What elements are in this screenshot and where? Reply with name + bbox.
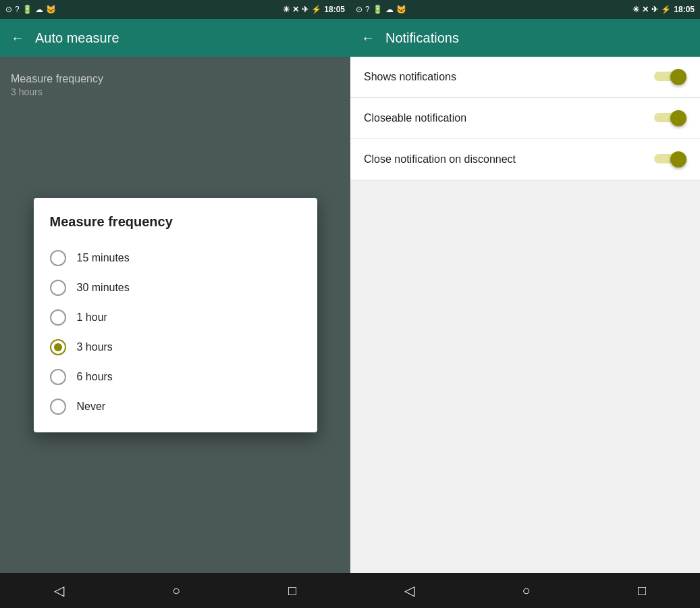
left-bottom-nav: ◁ ○ □	[0, 573, 350, 608]
radio-30min[interactable]	[50, 280, 66, 296]
radio-6hours[interactable]	[50, 369, 66, 385]
label-3hours: 3 hours	[77, 341, 113, 353]
right-home-nav[interactable]: ○	[522, 583, 530, 599]
label-15min: 15 minutes	[77, 252, 130, 264]
right-status-icons: ⊙ ? 🔋 ☁ 🐱	[356, 5, 406, 14]
left-app-bar: ← Auto measure	[0, 19, 350, 57]
close-on-disconnect-thumb	[670, 151, 686, 168]
option-1hour[interactable]: 1 hour	[50, 303, 301, 332]
right-signal-icon: ✕	[642, 5, 649, 14]
battery2-icon: ⚡	[311, 5, 321, 14]
right-cat-icon: 🐱	[396, 5, 406, 14]
left-recents-nav[interactable]: □	[288, 583, 296, 599]
option-never[interactable]: Never	[50, 392, 301, 422]
right-back-nav[interactable]: ◁	[404, 582, 414, 599]
question-icon: ?	[15, 5, 20, 14]
label-30min: 30 minutes	[77, 282, 130, 294]
measure-frequency-dialog: Measure frequency 15 minutes 30 minutes …	[34, 198, 317, 432]
right-back-button[interactable]: ←	[361, 30, 375, 46]
shows-notifications-item[interactable]: Shows notifications	[350, 57, 700, 98]
closeable-notification-label: Closeable notification	[364, 112, 466, 124]
right-content: Shows notifications Closeable notificati…	[350, 57, 700, 573]
right-recents-nav[interactable]: □	[638, 583, 646, 599]
left-home-nav[interactable]: ○	[172, 583, 180, 599]
label-1hour: 1 hour	[77, 311, 107, 324]
closeable-notification-thumb	[670, 110, 686, 126]
left-panel: ⊙ ? 🔋 ☁ 🐱 ✳ ✕ ✈ ⚡ 18:05 ← Auto measure M…	[0, 0, 350, 608]
option-3hours[interactable]: 3 hours	[50, 332, 301, 362]
shows-notifications-label: Shows notifications	[364, 71, 456, 83]
right-time: 18:05	[674, 5, 695, 14]
right-app-bar: ← Notifications	[350, 19, 700, 57]
radio-15min[interactable]	[50, 250, 66, 266]
radio-3hours[interactable]	[50, 339, 66, 355]
label-never: Never	[77, 401, 106, 413]
closeable-notification-toggle[interactable]	[654, 109, 686, 128]
left-back-button[interactable]: ←	[11, 30, 24, 46]
cat-icon: 🐱	[46, 5, 56, 14]
right-battery-icon: 🔋	[373, 5, 383, 14]
left-status-right: ✳ ✕ ✈ ⚡ 18:05	[283, 5, 345, 14]
left-status-icons: ⊙ ? 🔋 ☁ 🐱	[5, 5, 56, 14]
right-status-bar: ⊙ ? 🔋 ☁ 🐱 ✳ ✕ ✈ ⚡ 18:05	[350, 0, 700, 19]
right-question-icon: ?	[365, 5, 370, 14]
left-app-title: Auto measure	[35, 30, 340, 46]
radio-never[interactable]	[50, 399, 66, 415]
shows-notifications-toggle[interactable]	[654, 68, 686, 86]
close-on-disconnect-label: Close notification on disconnect	[364, 153, 516, 166]
signal-icon: ✕	[292, 5, 299, 14]
left-status-bar: ⊙ ? 🔋 ☁ 🐱 ✳ ✕ ✈ ⚡ 18:05	[0, 0, 350, 19]
right-battery2-icon: ⚡	[661, 5, 671, 14]
right-status-right: ✳ ✕ ✈ ⚡ 18:05	[632, 5, 695, 14]
option-6hours[interactable]: 6 hours	[50, 362, 301, 392]
dialog-title: Measure frequency	[50, 214, 301, 230]
right-panel: ⊙ ? 🔋 ☁ 🐱 ✳ ✕ ✈ ⚡ 18:05 ← Notifications …	[350, 0, 700, 608]
right-airplane-icon: ✈	[651, 5, 658, 14]
left-back-nav[interactable]: ◁	[54, 582, 64, 599]
close-on-disconnect-toggle[interactable]	[654, 150, 686, 169]
right-bluetooth-icon: ✳	[632, 5, 639, 14]
left-content: Measure frequency 3 hours Measure freque…	[0, 57, 350, 573]
left-time: 18:05	[324, 5, 345, 14]
right-bottom-nav: ◁ ○ □	[350, 573, 700, 608]
bluetooth-icon: ✳	[283, 5, 290, 14]
shows-notifications-thumb	[670, 69, 686, 85]
label-6hours: 6 hours	[77, 371, 113, 383]
close-on-disconnect-item[interactable]: Close notification on disconnect	[350, 139, 700, 180]
clock-icon: ⊙	[5, 5, 12, 14]
option-15min[interactable]: 15 minutes	[50, 243, 301, 273]
right-app-title: Notifications	[385, 30, 689, 46]
dialog-overlay: Measure frequency 15 minutes 30 minutes …	[0, 57, 350, 573]
airplane-icon: ✈	[302, 5, 308, 14]
closeable-notification-item[interactable]: Closeable notification	[350, 98, 700, 139]
right-cloud-icon: ☁	[385, 5, 394, 14]
cloud-icon: ☁	[35, 5, 43, 14]
option-30min[interactable]: 30 minutes	[50, 273, 301, 303]
radio-1hour[interactable]	[50, 309, 66, 326]
battery-icon: 🔋	[22, 5, 32, 14]
right-clock-icon: ⊙	[356, 5, 362, 14]
